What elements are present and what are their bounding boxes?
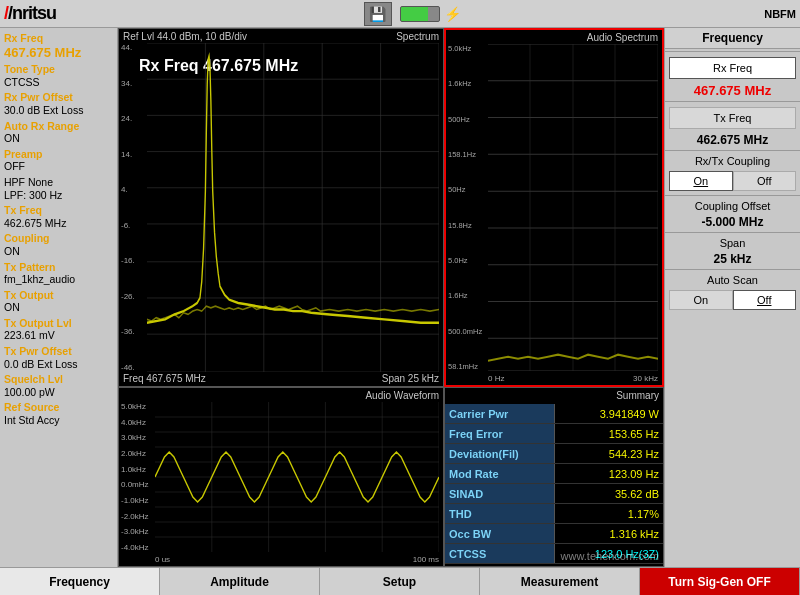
divider-2 [665,101,800,102]
tx-freq-button[interactable]: Tx Freq [669,107,796,129]
spectrum-bottom-right: Span 25 kHz [382,373,439,384]
charts-bottom: Audio Waveform 5.0kHz 4.0kHz 3.0kHz 2.0k… [118,387,664,567]
lpf-value: LPF: 300 Hz [4,189,113,202]
auto-scan-pair: On Off [669,290,796,310]
tx-output-group: Tx Output ON [4,289,113,314]
spectrum-bottom-left: Freq 467.675 MHz [123,373,206,384]
tx-freq-label: Tx Freq [4,204,113,217]
left-panel: Rx Freq 467.675 MHz Tone Type CTCSS Rx P… [0,28,118,567]
ref-source-label: Ref Source [4,401,113,414]
top-center: 💾 ⚡ [66,2,764,26]
tab-measurement[interactable]: Measurement [480,568,640,595]
waveform-y-labels: 5.0kHz 4.0kHz 3.0kHz 2.0kHz 1.0kHz 0.0mH… [121,402,149,552]
top-bar: //nritsu 💾 ⚡ NBFM [0,0,800,28]
tab-bar: Frequency Amplitude Setup Measurement Tu… [0,567,800,595]
tab-amplitude[interactable]: Amplitude [160,568,320,595]
battery-lightning: ⚡ [444,6,461,22]
rx-freq-display: 467.675 MHz [669,83,796,98]
audio-y-labels: 5.0kHz 1.6kHz 500Hz 158.1Hz 50Hz 15.8Hz … [448,44,482,371]
auto-rx-range-label: Auto Rx Range [4,120,113,133]
rx-freq-group: Rx Freq 467.675 MHz [4,32,113,60]
watermark: www.tehencom.com [561,550,659,562]
summary-title: Summary [616,390,659,401]
tx-freq-display: 462.675 MHz [669,133,796,147]
auto-rx-range-value: ON [4,132,113,145]
auto-scan-on-button[interactable]: On [669,290,733,310]
carrier-pwr-value: 3.941849 W [555,404,663,423]
tx-pwr-offset-group: Tx Pwr Offset 0.0 dB Ext Loss [4,345,113,370]
summary-rows: Carrier Pwr 3.941849 W Freq Error 153.65… [445,404,663,564]
table-row: Occ BW 1.316 kHz [445,524,663,544]
rx-tx-coupling-label: Rx/Tx Coupling [665,153,800,169]
logo: //nritsu [4,3,56,24]
auto-scan-label: Auto Scan [665,272,800,288]
tx-output-lvl-group: Tx Output Lvl 223.61 mV [4,317,113,342]
tx-pattern-label: Tx Pattern [4,261,113,274]
center-area: Ref Lvl 44.0 dBm, 10 dB/div Spectrum Rx … [118,28,664,567]
deviation-label: Deviation(Fil) [445,444,555,463]
audio-spectrum-chart: Audio Spectrum 5.0kHz 1.6kHz 500Hz 158.1… [444,28,664,387]
waveform-chart: Audio Waveform 5.0kHz 4.0kHz 3.0kHz 2.0k… [118,387,444,567]
mod-rate-label: Mod Rate [445,464,555,483]
freq-error-value: 153.65 Hz [555,424,663,443]
coupling-off-button[interactable]: Off [733,171,797,191]
sinad-value: 35.62 dB [555,484,663,503]
ref-source-value: Int Std Accy [4,414,113,427]
audio-spectrum-title: Audio Spectrum [587,32,658,43]
tx-pattern-group: Tx Pattern fm_1khz_audio [4,261,113,286]
table-row: Deviation(Fil) 544.23 Hz [445,444,663,464]
tx-pwr-offset-label: Tx Pwr Offset [4,345,113,358]
occ-bw-value: 1.316 kHz [555,524,663,543]
divider-4 [665,195,800,196]
carrier-pwr-label: Carrier Pwr [445,404,555,423]
tx-freq-group: Tx Freq 462.675 MHz [4,204,113,229]
audio-spectrum-svg [488,44,658,371]
audio-x-labels: 0 Hz 30 kHz [488,374,658,383]
thd-label: THD [445,504,555,523]
battery-indicator [400,6,440,22]
tx-output-lvl-value: 223.61 mV [4,329,113,342]
tab-turn-sig-gen-off[interactable]: Turn Sig-Gen OFF [640,568,800,595]
preamp-value: OFF [4,160,113,173]
waveform-title: Audio Waveform [365,390,439,401]
tab-frequency[interactable]: Frequency [0,568,160,595]
hpf-value: HPF None [4,176,113,189]
ctcss-label: CTCSS [445,544,555,563]
rx-freq-button[interactable]: Rx Freq [669,57,796,79]
deviation-value: 544.23 Hz [555,444,663,463]
waveform-svg [155,402,439,552]
floppy-icon[interactable]: 💾 [364,2,392,26]
squelch-lvl-value: 100.00 pW [4,386,113,399]
auto-scan-off-button[interactable]: Off [733,290,797,310]
main-container: Rx Freq 467.675 MHz Tone Type CTCSS Rx P… [0,28,800,567]
freq-error-label: Freq Error [445,424,555,443]
rx-pwr-offset-group: Rx Pwr Offset 30.0 dB Ext Loss [4,91,113,116]
sinad-label: SINAD [445,484,555,503]
squelch-lvl-label: Squelch Lvl [4,373,113,386]
mode-label: NBFM [764,8,796,20]
tx-output-value: ON [4,301,113,314]
table-row: Freq Error 153.65 Hz [445,424,663,444]
mod-rate-value: 123.09 Hz [555,464,663,483]
rx-pwr-offset-label: Rx Pwr Offset [4,91,113,104]
hpf-lpf-group: HPF None LPF: 300 Hz [4,176,113,201]
ref-source-group: Ref Source Int Std Accy [4,401,113,426]
tone-type-group: Tone Type CTCSS [4,63,113,88]
divider-3 [665,150,800,151]
spectrum-title: Spectrum [396,31,439,42]
table-row: Mod Rate 123.09 Hz [445,464,663,484]
rx-pwr-offset-value: 30.0 dB Ext Loss [4,104,113,117]
coupling-on-button[interactable]: On [669,171,733,191]
tx-output-label: Tx Output [4,289,113,302]
tone-type-label: Tone Type [4,63,113,76]
divider-1 [665,51,800,52]
right-panel: Frequency Rx Freq 467.675 MHz Tx Freq 46… [664,28,800,567]
coupling-offset-label: Coupling Offset [665,198,800,214]
tab-setup[interactable]: Setup [320,568,480,595]
auto-rx-range-group: Auto Rx Range ON [4,120,113,145]
tone-type-value: CTCSS [4,76,113,89]
squelch-lvl-group: Squelch Lvl 100.00 pW [4,373,113,398]
table-row: Carrier Pwr 3.941849 W [445,404,663,424]
divider-5 [665,232,800,233]
preamp-label: Preamp [4,148,113,161]
